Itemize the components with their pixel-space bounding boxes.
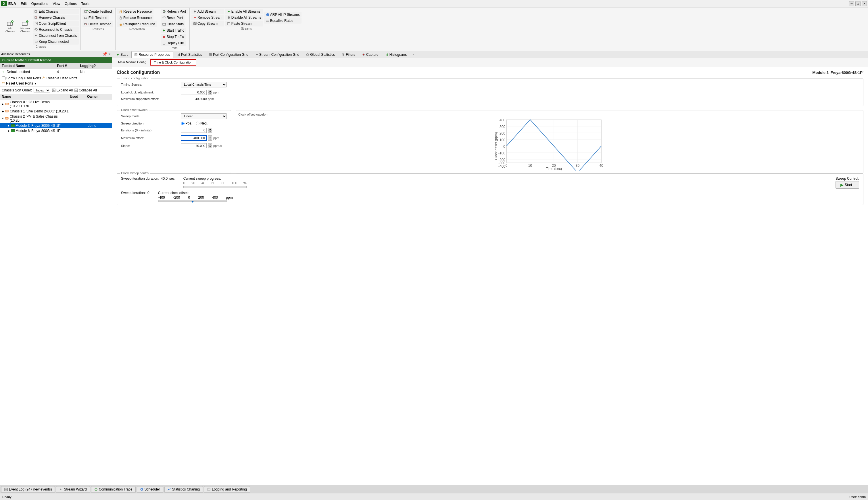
menu-bar: X ENA Edit Operations View Options Tools… — [0, 0, 868, 8]
local-clock-down[interactable]: ▼ — [208, 92, 212, 95]
edit-chassis-button[interactable]: Edit Chassis — [33, 9, 79, 14]
panel-close[interactable]: × — [108, 52, 111, 56]
slope-down[interactable]: ▼ — [208, 146, 212, 148]
expand-c0[interactable]: ▶ — [1, 102, 4, 106]
expand-m3[interactable]: ▶ — [7, 124, 10, 127]
menu-operations[interactable]: Operations — [29, 1, 50, 6]
discover-chassis-button[interactable]: ? DiscoverChassis — [18, 20, 32, 34]
iterations-up[interactable]: ▲ — [208, 128, 212, 130]
bottom-tab-logging[interactable]: Logging and Reporting — [204, 486, 250, 492]
open-script-button[interactable]: Open ScriptClient — [33, 21, 79, 26]
add-chassis-button[interactable]: AddChassis — [3, 20, 17, 34]
tab-port-config[interactable]: Port Configuration Grid — [206, 51, 252, 58]
slope-up[interactable]: ▲ — [208, 143, 212, 146]
slope-input[interactable] — [181, 143, 207, 148]
expand-all-check[interactable]: Expand All — [52, 88, 73, 92]
delete-testbed-button[interactable]: Delete Testbed — [82, 21, 113, 27]
minimize-button[interactable]: ─ — [849, 1, 854, 6]
sweep-max-offset-up[interactable]: ▲ — [208, 135, 212, 138]
tree-item-chassis0[interactable]: ▶ Chassis 0 'L23 Live Demo' (10.20.1.170 — [0, 100, 112, 109]
show-only-used-checkbox[interactable] — [2, 77, 5, 80]
stop-traffic-button[interactable]: Stop Traffic — [161, 34, 186, 40]
panel-pin[interactable]: 📌 — [102, 52, 107, 56]
tab-resource-props[interactable]: Resource Properties — [131, 51, 173, 58]
start-sweep-button[interactable]: ▶ Start — [835, 181, 859, 189]
close-button[interactable]: ✕ — [862, 1, 867, 6]
tree-item-chassis2[interactable]: ▼ Chassis 2 'PM & Sales Chassis' (10.20.… — [0, 114, 112, 123]
direction-pos-radio[interactable]: Pos. — [181, 121, 192, 125]
tab-close-button[interactable]: × — [413, 53, 415, 56]
local-clock-input[interactable] — [181, 90, 207, 95]
tree-item-chassis1[interactable]: ▶ Chassis 1 'Live Demo 2400G' (10.20.1. — [0, 109, 112, 114]
direction-pos-input[interactable] — [181, 122, 185, 125]
disable-all-streams-button[interactable]: Disable All Streams — [225, 15, 263, 20]
tab-start[interactable]: Start — [113, 51, 131, 58]
direction-neg-radio[interactable]: Neg. — [196, 121, 208, 125]
timing-source-select[interactable]: Local Chassis TimeExternalPTP — [181, 82, 227, 88]
disconnect-button[interactable]: Disconnect from Chassis — [33, 33, 79, 38]
tab-stream-config[interactable]: Stream Configuration Grid — [252, 51, 302, 58]
tab-port-stats[interactable]: Port Statistics — [174, 51, 205, 58]
reset-used-check[interactable]: Reset Used Ports ▼ — [2, 81, 37, 86]
edit-testbed-button[interactable]: Edit Testbed — [82, 15, 109, 21]
tab-histograms[interactable]: Histograms — [382, 51, 410, 58]
copy-stream-button[interactable]: Copy Stream — [192, 21, 224, 26]
bottom-tab-comm-trace[interactable]: Communication Trace — [91, 486, 136, 492]
keep-disconnected-button[interactable]: Keep Disconnected — [33, 39, 79, 45]
show-only-used-check[interactable]: Show Only Used Ports — [2, 76, 41, 80]
tab-capture[interactable]: Capture — [359, 51, 382, 58]
menu-options[interactable]: Options — [62, 1, 79, 6]
relinquish-resource-button[interactable]: Relinquish Resource — [117, 21, 157, 27]
module-icon-m6 — [11, 129, 15, 132]
clear-stats-button[interactable]: Clear Stats — [161, 21, 185, 27]
local-clock-label: Local clock adjustment: — [121, 91, 178, 94]
reset-port-button[interactable]: Reset Port — [161, 15, 185, 21]
menu-view[interactable]: View — [50, 1, 63, 6]
tree-item-module6[interactable]: ▶ Module 6 'Freya-800G-4S-1P' — [0, 128, 112, 133]
bottom-tab-stream-wizard[interactable]: Stream Wizard — [56, 486, 90, 492]
reserve-used-check[interactable]: Reserve Used Ports — [42, 76, 77, 80]
menu-tools[interactable]: Tools — [79, 1, 92, 6]
collapse-all-check[interactable]: Collapse All — [74, 88, 97, 92]
bottom-tab-stats-charting[interactable]: Statistics Charting — [164, 486, 203, 492]
local-clock-up[interactable]: ▲ — [208, 90, 212, 92]
enable-all-streams-button[interactable]: Enable All Streams — [225, 9, 263, 14]
bottom-tab-event-log[interactable]: Event Log (247 new events) — [1, 486, 55, 492]
maximize-button[interactable]: □ — [855, 1, 860, 6]
port-stats-icon — [177, 53, 180, 56]
add-stream-button[interactable]: Add Stream — [192, 9, 224, 14]
svg-rect-62 — [5, 110, 8, 112]
bottom-tab-scheduler[interactable]: Scheduler — [137, 486, 163, 492]
sort-order-select[interactable]: Index Name IP — [34, 88, 50, 93]
expand-c1[interactable]: ▶ — [1, 110, 4, 113]
remove-chassis-button[interactable]: Remove Chassis — [33, 15, 79, 20]
release-resource-button[interactable]: Release Resource — [117, 15, 153, 21]
equalize-rates-button[interactable]: Equalize Rates — [264, 18, 301, 24]
expand-m6[interactable]: ▶ — [7, 129, 10, 133]
tab-filters[interactable]: Filters — [338, 51, 358, 58]
iterations-down[interactable]: ▼ — [208, 130, 212, 133]
refresh-port-button[interactable]: Refresh Port — [161, 9, 188, 14]
sweep-max-offset-input[interactable] — [181, 135, 207, 141]
remove-stream-button[interactable]: Remove Stream — [192, 15, 224, 20]
menu-edit[interactable]: Edit — [19, 1, 29, 6]
expand-c2[interactable]: ▼ — [1, 117, 4, 120]
iterations-input[interactable] — [181, 128, 207, 133]
reconnect-button[interactable]: Reconnect to Chassis — [33, 27, 79, 33]
sweep-max-offset-value: ▲ ▼ ppm — [181, 135, 219, 141]
replay-file-button[interactable]: Replay File — [161, 40, 186, 46]
tab-global-stats[interactable]: Global Statistics — [303, 51, 338, 58]
arp-all-button[interactable]: ip ARP All IP Streams — [264, 12, 301, 18]
sweep-mode-select[interactable]: LinearSinusoidalTriangle — [181, 113, 227, 119]
direction-neg-input[interactable] — [196, 122, 199, 125]
sub-tab-time-clock[interactable]: Time & Clock Configuration — [150, 59, 196, 66]
create-testbed-button[interactable]: Create Testbed — [82, 9, 114, 14]
tree-item-module3[interactable]: ▶ Module 3 'Freya-800G-4S-1P' demo — [0, 123, 112, 128]
sweep-max-offset-down[interactable]: ▼ — [208, 138, 212, 140]
paste-stream-button[interactable]: Paste Stream — [225, 21, 263, 26]
start-traffic-button[interactable]: Start Traffic — [161, 27, 186, 33]
reserve-resource-button[interactable]: Reserve Resource — [117, 9, 153, 14]
reset-used-arrow[interactable]: ▼ — [34, 82, 37, 85]
sub-tab-main-module[interactable]: Main Module Config — [114, 59, 150, 66]
sweep-max-offset-row: Maximum offset: ▲ ▼ ppm — [121, 135, 227, 141]
